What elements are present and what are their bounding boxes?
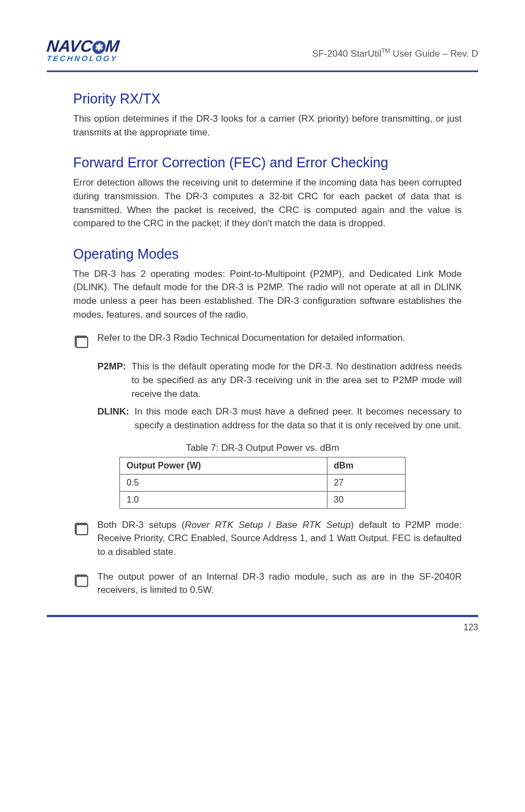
page-number: 123 bbox=[47, 623, 478, 633]
heading-modes: Operating Modes bbox=[73, 246, 478, 262]
doc-title: SF-2040 StarUtilTM User Guide – Rev. D bbox=[312, 47, 478, 63]
svg-rect-11 bbox=[76, 576, 88, 586]
paragraph-fec: Error detection allows the receiving uni… bbox=[73, 176, 462, 231]
list-item-dlink: DLINK: In this mode each DR-3 must have … bbox=[97, 405, 462, 432]
notepad-icon bbox=[73, 520, 90, 536]
list-lead-p2mp: P2MP: bbox=[97, 360, 126, 401]
table-cell: 0.5 bbox=[120, 474, 327, 491]
logo-star-icon: ✱ bbox=[91, 41, 106, 54]
table-cell: 30 bbox=[327, 491, 405, 508]
note-text-2: Both DR-3 setups (Rover RTK Setup / Base… bbox=[97, 519, 462, 559]
table-header-cell: Output Power (W) bbox=[120, 457, 327, 474]
paragraph-modes-intro: The DR-3 has 2 operating modes: Point-to… bbox=[73, 268, 462, 322]
table-cell: 1.0 bbox=[120, 491, 327, 508]
heading-priority: Priority RX/TX bbox=[73, 91, 478, 107]
page-header: NAVC✱M TECHNOLOGY SF-2040 StarUtilTM Use… bbox=[47, 39, 478, 68]
svg-rect-1 bbox=[76, 337, 88, 348]
logo-line2: TECHNOLOGY bbox=[46, 54, 119, 63]
note-output-limit: The output power of an Internal DR-3 rad… bbox=[73, 570, 462, 597]
table-caption: Table 7: DR-3 Output Power vs. dBm bbox=[47, 443, 478, 454]
footer-rule bbox=[47, 615, 478, 617]
list-body-p2mp: This is the default operating mode for t… bbox=[132, 360, 462, 401]
table-row: 1.0 30 bbox=[120, 491, 406, 508]
list-lead-dlink: DLINK: bbox=[97, 405, 129, 432]
logo-line1: NAVC✱M bbox=[46, 39, 120, 55]
list-body-dlink: In this mode each DR-3 must have a defin… bbox=[135, 405, 462, 432]
heading-fec: Forward Error Correction (FEC) and Error… bbox=[73, 155, 478, 171]
note-refer-docs: Refer to the DR-3 Radio Technical Docume… bbox=[73, 331, 462, 349]
list-item-p2mp: P2MP: This is the default operating mode… bbox=[97, 360, 462, 401]
note-default-p2mp: Both DR-3 setups (Rover RTK Setup / Base… bbox=[73, 519, 462, 559]
table-row: 0.5 27 bbox=[120, 474, 406, 491]
note-text-1: Refer to the DR-3 Radio Technical Docume… bbox=[97, 331, 405, 345]
notepad-icon bbox=[73, 333, 90, 349]
notepad-icon bbox=[73, 571, 90, 588]
header-rule bbox=[47, 70, 478, 72]
table-row: Output Power (W) dBm bbox=[120, 457, 406, 474]
table-cell: 27 bbox=[327, 474, 405, 491]
note-text-3: The output power of an Internal DR-3 rad… bbox=[97, 570, 462, 597]
paragraph-priority: This option determines if the DR-3 looks… bbox=[73, 112, 462, 139]
navcom-logo: NAVC✱M TECHNOLOGY bbox=[47, 39, 119, 63]
table-header-cell: dBm bbox=[327, 457, 405, 474]
power-vs-dbm-table: Output Power (W) dBm 0.5 27 1.0 30 bbox=[119, 457, 406, 509]
page: NAVC✱M TECHNOLOGY SF-2040 StarUtilTM Use… bbox=[0, 0, 525, 812]
svg-rect-6 bbox=[76, 524, 88, 535]
